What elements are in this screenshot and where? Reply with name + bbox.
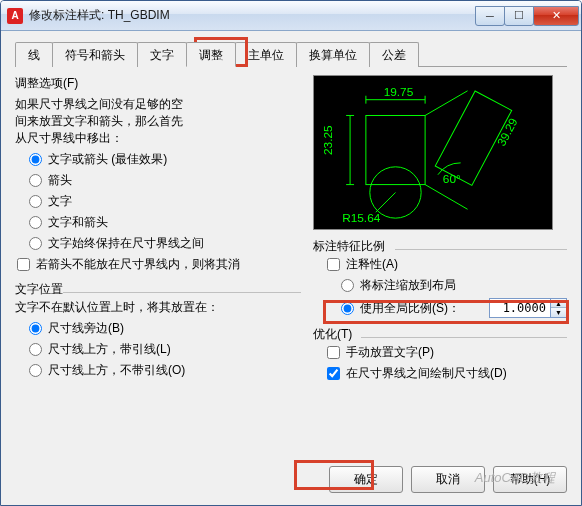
- svg-text:60°: 60°: [443, 172, 461, 186]
- optimize-title: 优化(T): [313, 326, 567, 343]
- window-title: 修改标注样式: TH_GBDIM: [29, 7, 476, 24]
- svg-text:39.29: 39.29: [494, 115, 520, 148]
- radio-scale-layout[interactable]: 将标注缩放到布局: [341, 277, 567, 294]
- check-draw-dimline[interactable]: 在尺寸界线之间绘制尺寸线(D): [327, 365, 567, 382]
- svg-line-9: [425, 91, 467, 116]
- titlebar: A 修改标注样式: TH_GBDIM ─ ☐ ✕: [1, 1, 581, 31]
- radio-arrows[interactable]: 箭头: [29, 172, 301, 189]
- scale-title: 标注特征比例: [313, 238, 567, 255]
- tab-symbols[interactable]: 符号和箭头: [52, 42, 138, 67]
- svg-line-11: [376, 192, 396, 212]
- app-icon: A: [7, 8, 23, 24]
- check-annotative[interactable]: 注释性(A): [327, 256, 567, 273]
- fit-desc: 如果尺寸界线之间没有足够的空: [15, 96, 301, 113]
- svg-text:19.75: 19.75: [384, 85, 414, 99]
- fit-options-title: 调整选项(F): [15, 75, 301, 92]
- spin-up-icon[interactable]: ▲: [551, 299, 566, 308]
- svg-rect-0: [366, 115, 425, 184]
- global-scale-input[interactable]: [489, 298, 551, 318]
- tab-alt[interactable]: 换算单位: [296, 42, 370, 67]
- radio-text[interactable]: 文字: [29, 193, 301, 210]
- radio-always-keep[interactable]: 文字始终保持在尺寸界线之间: [29, 235, 301, 252]
- tab-lines[interactable]: 线: [15, 42, 53, 67]
- check-manual-text[interactable]: 手动放置文字(P): [327, 344, 567, 361]
- fit-desc: 间来放置文字和箭头，那么首先: [15, 113, 301, 130]
- tab-strip: 线 符号和箭头 文字 调整 主单位 换算单位 公差: [15, 41, 567, 67]
- spin-down-icon[interactable]: ▼: [551, 308, 566, 317]
- radio-global-scale[interactable]: [341, 302, 354, 315]
- check-suppress-arrows[interactable]: 若箭头不能放在尺寸界线内，则将其消: [17, 256, 301, 273]
- help-button[interactable]: 帮助(H): [493, 466, 567, 493]
- radio-beside[interactable]: 尺寸线旁边(B): [29, 320, 301, 337]
- radio-text-and-arrows[interactable]: 文字和箭头: [29, 214, 301, 231]
- cancel-button[interactable]: 取消: [411, 466, 485, 493]
- tab-tol[interactable]: 公差: [369, 42, 419, 67]
- text-pos-desc: 文字不在默认位置上时，将其放置在：: [15, 299, 301, 316]
- fit-desc: 从尺寸界线中移出：: [15, 130, 301, 147]
- preview-pane: 19.75 23.25 R15.64 60° 39.29: [313, 75, 553, 230]
- radio-above-leader[interactable]: 尺寸线上方，带引线(L): [29, 341, 301, 358]
- svg-text:23.25: 23.25: [321, 125, 335, 155]
- text-pos-title: 文字位置: [15, 281, 301, 298]
- global-scale-label: 使用全局比例(S)：: [360, 300, 460, 317]
- ok-button[interactable]: 确定: [329, 466, 403, 493]
- svg-line-10: [425, 185, 467, 210]
- maximize-button[interactable]: ☐: [504, 6, 534, 26]
- close-button[interactable]: ✕: [533, 6, 579, 26]
- tab-primary[interactable]: 主单位: [235, 42, 297, 67]
- svg-text:R15.64: R15.64: [342, 211, 381, 225]
- tab-fit[interactable]: 调整: [186, 42, 236, 67]
- minimize-button[interactable]: ─: [475, 6, 505, 26]
- tab-text[interactable]: 文字: [137, 42, 187, 67]
- radio-text-or-arrows[interactable]: 文字或箭头 (最佳效果): [29, 151, 301, 168]
- radio-above-noleader[interactable]: 尺寸线上方，不带引线(O): [29, 362, 301, 379]
